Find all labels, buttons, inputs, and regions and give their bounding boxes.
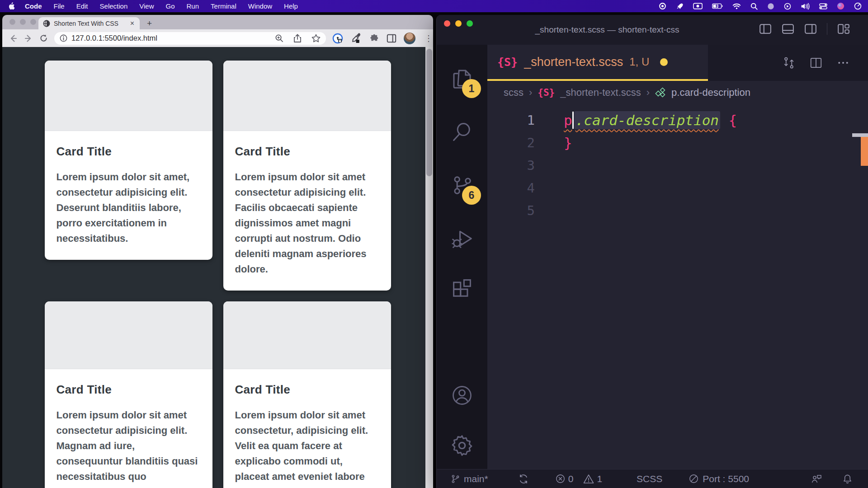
- source-control-badge: 6: [462, 186, 481, 205]
- language-mode[interactable]: SCSS: [637, 474, 662, 484]
- browser-tab[interactable]: Shorten Text With CSS ×: [38, 17, 140, 29]
- vscode-minimize-button[interactable]: [455, 20, 462, 27]
- browser-scrollbar-track[interactable]: [425, 47, 433, 488]
- screen-recording-icon[interactable]: [693, 3, 703, 9]
- menu-help[interactable]: Help: [284, 2, 298, 10]
- card-3-title: Card Title: [57, 383, 201, 397]
- breadcrumb-symbol[interactable]: p.card-description: [671, 87, 750, 99]
- activity-explorer[interactable]: 1: [437, 52, 487, 105]
- toggle-sidebar-icon[interactable]: [759, 23, 772, 35]
- bookmark-star-icon[interactable]: [311, 34, 321, 42]
- back-icon[interactable]: [9, 34, 18, 43]
- editor-scrollbar-thumb[interactable]: [852, 133, 868, 137]
- password-manager-extension-icon[interactable]: [332, 33, 343, 44]
- open-changes-icon[interactable]: [782, 56, 796, 70]
- vscode-tab-bar: {S} _shorten-text.scss 1, U: [487, 45, 868, 81]
- activity-accounts[interactable]: [437, 369, 487, 422]
- menu-file[interactable]: File: [54, 2, 65, 10]
- side-panel-icon[interactable]: [387, 33, 396, 43]
- zoom-icon[interactable]: [275, 34, 283, 42]
- menu-run[interactable]: Run: [187, 2, 199, 10]
- url-text[interactable]: 127.0.0.1:5500/index.html: [71, 34, 275, 42]
- site-info-icon[interactable]: [60, 34, 67, 42]
- errors-icon: [555, 474, 566, 484]
- volume-icon[interactable]: [801, 3, 810, 10]
- browser-profile-avatar[interactable]: [404, 33, 415, 44]
- battery-charging-icon[interactable]: [712, 3, 723, 9]
- code-line-1: 1 p.card-description {: [487, 109, 868, 131]
- time-machine-icon[interactable]: [854, 2, 862, 10]
- spotlight-search-icon[interactable]: [750, 3, 758, 10]
- vscode-zoom-button[interactable]: [467, 20, 473, 27]
- split-editor-icon[interactable]: [809, 56, 823, 70]
- reload-icon[interactable]: [39, 34, 48, 42]
- tab-close-icon[interactable]: ×: [129, 19, 135, 28]
- share-icon[interactable]: [293, 34, 302, 43]
- bell-icon: [842, 474, 853, 484]
- sync-changes-button[interactable]: [518, 474, 529, 484]
- wifi-icon[interactable]: [732, 3, 741, 9]
- person-feedback-icon: [811, 474, 822, 484]
- activity-extensions[interactable]: [437, 265, 487, 312]
- menu-app-name[interactable]: Code: [25, 2, 42, 10]
- do-not-disturb-icon[interactable]: [767, 3, 774, 10]
- apple-menu[interactable]: [8, 2, 15, 10]
- tab-filename: _shorten-text.scss: [524, 55, 623, 69]
- browser-traffic-lights: [9, 19, 36, 25]
- new-tab-button[interactable]: +: [147, 19, 152, 28]
- play-circle-icon[interactable]: [784, 3, 791, 10]
- editor-tab-shorten-text[interactable]: {S} _shorten-text.scss 1, U: [487, 45, 708, 81]
- unsaved-changes-dot[interactable]: [660, 58, 668, 66]
- problems-status[interactable]: 0 1: [555, 474, 602, 484]
- menu-selection[interactable]: Selection: [100, 2, 128, 10]
- record-target-icon[interactable]: [659, 2, 666, 10]
- browser-minimize-button[interactable]: [20, 19, 26, 25]
- live-server-status[interactable]: Port : 5500: [689, 474, 749, 484]
- activity-run-debug[interactable]: [437, 212, 487, 265]
- breadcrumb-file[interactable]: _shorten-text.scss: [560, 87, 641, 99]
- browser-zoom-button[interactable]: [30, 19, 36, 25]
- editor-actions: [782, 45, 868, 81]
- extensions-puzzle-icon[interactable]: [369, 33, 379, 43]
- run-debug-icon: [450, 226, 474, 251]
- customize-layout-icon[interactable]: [837, 23, 850, 35]
- more-actions-icon[interactable]: [836, 56, 850, 70]
- git-branch-status[interactable]: main*: [450, 474, 488, 484]
- activity-source-control[interactable]: 6: [437, 159, 487, 212]
- address-bar[interactable]: 127.0.0.1:5500/index.html: [54, 32, 326, 45]
- code-tag-token: p: [564, 112, 572, 128]
- feedback-button[interactable]: [811, 474, 822, 484]
- browser-menu-icon[interactable]: ⋮: [425, 33, 433, 43]
- rocket-icon[interactable]: [676, 2, 684, 10]
- code-editor[interactable]: 1 p.card-description { 2 } 3 4 5: [487, 104, 868, 469]
- toggle-secondary-sidebar-icon[interactable]: [804, 23, 817, 35]
- notifications-button[interactable]: [842, 474, 853, 484]
- browser-scrollbar-thumb[interactable]: [426, 49, 432, 176]
- browser-close-button[interactable]: [9, 19, 15, 25]
- menu-window[interactable]: Window: [248, 2, 272, 10]
- forward-icon[interactable]: [24, 34, 33, 43]
- card-4-image-placeholder: [223, 301, 391, 369]
- card-1-image-placeholder: [45, 61, 212, 131]
- card-1-title: Card Title: [57, 145, 201, 159]
- browser-extension-icons: ⋮: [332, 33, 433, 44]
- activity-settings[interactable]: [437, 422, 487, 469]
- account-icon: [450, 384, 474, 407]
- toggle-panel-icon[interactable]: [782, 23, 794, 35]
- card-4: Card Title Lorem ipsum dolor sit amet co…: [223, 301, 391, 488]
- eyedropper-extension-icon[interactable]: [350, 33, 362, 44]
- menu-go[interactable]: Go: [166, 2, 175, 10]
- menu-view[interactable]: View: [139, 2, 154, 10]
- control-center-icon[interactable]: [819, 3, 827, 9]
- explorer-badge: 1: [462, 79, 481, 98]
- menu-edit[interactable]: Edit: [76, 2, 88, 10]
- card-3-text: Lorem ipsum dolor sit amet consectetur a…: [57, 408, 201, 488]
- siri-icon[interactable]: [837, 2, 844, 10]
- breadcrumb-folder[interactable]: scss: [504, 87, 524, 99]
- settings-gear-icon: [450, 433, 474, 458]
- titlebar-separator: [827, 23, 827, 35]
- vscode-close-button[interactable]: [444, 20, 450, 27]
- menu-terminal[interactable]: Terminal: [211, 2, 236, 10]
- activity-search[interactable]: [437, 105, 487, 159]
- chevron-right-icon: ›: [529, 87, 532, 99]
